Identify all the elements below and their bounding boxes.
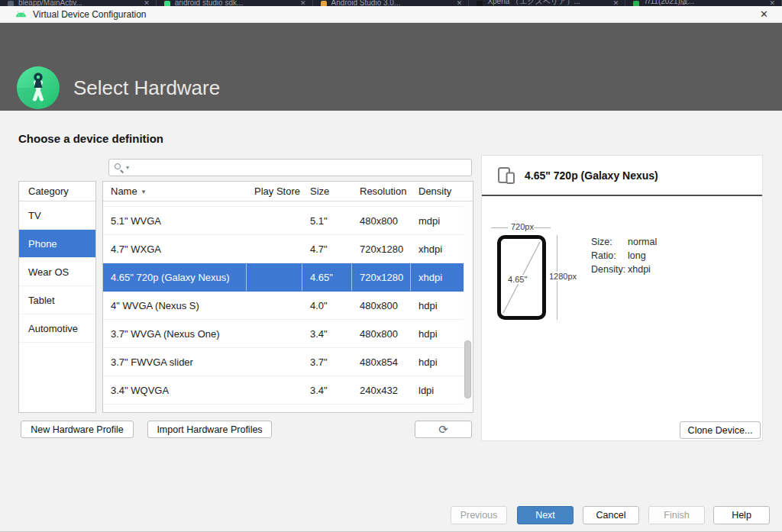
table-row[interactable]: 4.7" WXGA4.7"720x1280xhdpi bbox=[103, 235, 473, 263]
import-hardware-profiles-button[interactable]: Import Hardware Profiles bbox=[147, 421, 272, 438]
cell-play_store bbox=[247, 235, 302, 263]
detail-device-name: 4.65" 720p (Galaxy Nexus) bbox=[525, 169, 658, 182]
tab-favicon-icon bbox=[477, 1, 483, 6]
table-row-partial-bottom[interactable]: 3.3" WQVGA3.3"240x432ldpi bbox=[103, 405, 473, 413]
column-header-play-store[interactable]: Play Store bbox=[247, 182, 302, 201]
cancel-button[interactable]: Cancel bbox=[583, 506, 639, 524]
cell-size: 3.3" bbox=[302, 405, 352, 413]
cell-size: 3.7" bbox=[302, 348, 352, 376]
scrollbar-thumb[interactable] bbox=[464, 340, 471, 398]
cell-name: 4.65" 720p (Galaxy Nexus) bbox=[103, 263, 247, 291]
cell-resolution: 480x800 bbox=[352, 207, 411, 234]
device-table-header: Name▾Play StoreSizeResolutionDensity bbox=[103, 182, 473, 202]
column-header-resolution[interactable]: Resolution bbox=[352, 182, 411, 201]
cell-play_store bbox=[247, 207, 302, 234]
cell-play_store bbox=[247, 348, 302, 376]
cell-text: ldpi bbox=[418, 411, 434, 413]
tab-title: bleapp/MainActiv... bbox=[18, 0, 137, 6]
category-item-wear-os[interactable]: Wear OS bbox=[19, 258, 95, 286]
android-icon bbox=[15, 10, 27, 19]
cell-size: 4.7" bbox=[302, 235, 352, 263]
category-list: TVPhoneWear OSTabletAutomotive bbox=[19, 202, 95, 343]
clone-device-button[interactable]: Clone Device... bbox=[680, 421, 761, 439]
refresh-button[interactable]: ⟳ bbox=[415, 421, 472, 438]
table-row[interactable]: 3.7" FWVGA slider3.7"480x854hdpi bbox=[103, 348, 473, 376]
table-row[interactable]: 5.1" WVGA5.1"480x800mdpi bbox=[103, 207, 473, 235]
help-button[interactable]: Help bbox=[713, 506, 770, 524]
device-search-box[interactable]: ▾ bbox=[108, 159, 472, 176]
browser-tab[interactable]: android studio sdk...✕ bbox=[157, 0, 313, 6]
cell-size: 4.65" bbox=[302, 263, 352, 291]
tab-close-icon[interactable]: ✕ bbox=[769, 0, 775, 6]
spec-label: Size: bbox=[591, 237, 628, 247]
tab-title: android studio sdk... bbox=[175, 0, 294, 6]
cell-play_store bbox=[247, 405, 302, 413]
table-scrollbar[interactable] bbox=[464, 202, 473, 412]
browser-tab[interactable]: bleapp/MainActiv...✕ bbox=[0, 0, 157, 6]
dialog-title: Virtual Device Configuration bbox=[33, 9, 147, 20]
wizard-header: Select Hardware bbox=[0, 23, 782, 111]
detail-header: 4.65" 720p (Galaxy Nexus) bbox=[482, 156, 762, 195]
device-table: Name▾Play StoreSizeResolutionDensity 5.1… bbox=[102, 181, 473, 413]
spec-row: Ratio:long bbox=[591, 250, 657, 261]
cell-size: 3.4" bbox=[302, 320, 352, 347]
table-row[interactable]: 4.65" 720p (Galaxy Nexus)4.65"720x1280xh… bbox=[103, 263, 473, 292]
category-item-phone[interactable]: Phone bbox=[19, 230, 95, 258]
next-button[interactable]: Next bbox=[517, 506, 574, 524]
tab-close-icon[interactable]: ✕ bbox=[613, 0, 619, 6]
category-item-tablet[interactable]: Tablet bbox=[19, 286, 95, 314]
tab-favicon-icon bbox=[633, 1, 639, 6]
cell-play_store bbox=[247, 320, 302, 347]
tab-title: Xperia （エクスペリア）... bbox=[487, 0, 606, 6]
browser-tab[interactable]: Android Studio 3.0...✕ bbox=[313, 0, 470, 6]
device-specs: Size:normalRatio:longDensity:xhdpi bbox=[591, 237, 657, 278]
page-title: Select Hardware bbox=[73, 76, 220, 100]
cell-name: 4" WVGA (Nexus S) bbox=[103, 292, 247, 319]
column-header-density[interactable]: Density bbox=[411, 182, 473, 201]
width-dash-left bbox=[491, 227, 508, 228]
tab-close-icon[interactable]: ✕ bbox=[300, 0, 306, 6]
spec-value: long bbox=[628, 250, 646, 261]
search-input[interactable] bbox=[134, 160, 467, 176]
cell-name: 3.7" WVGA (Nexus One) bbox=[103, 320, 247, 347]
category-item-automotive[interactable]: Automotive bbox=[19, 314, 95, 343]
diagram-diagonal-label: 4.65" bbox=[506, 275, 528, 284]
diagram-width-label: 720px bbox=[509, 222, 535, 231]
column-header-size[interactable]: Size bbox=[302, 182, 352, 201]
table-row[interactable]: 3.4" WQVGA3.4"240x432ldpi bbox=[103, 376, 473, 405]
cell-size: 5.1" bbox=[302, 207, 352, 234]
table-row[interactable]: 4" WVGA (Nexus S)4.0"480x800hdpi bbox=[103, 292, 473, 320]
cell-resolution: 240x432 bbox=[352, 405, 411, 413]
spec-row: Size:normal bbox=[591, 237, 657, 247]
tab-close-icon[interactable]: ✕ bbox=[457, 0, 463, 6]
tab-title: Android Studio 3.0... bbox=[331, 0, 451, 6]
search-options-chevron-icon[interactable]: ▾ bbox=[126, 164, 129, 171]
close-icon[interactable]: ✕ bbox=[757, 8, 771, 20]
tab-favicon-icon bbox=[8, 1, 14, 6]
cell-text: 240x432 bbox=[360, 411, 398, 413]
spec-value: xhdpi bbox=[628, 264, 651, 275]
cell-name: 3.3" WQVGA bbox=[103, 405, 247, 413]
cell-size: 3.4" bbox=[302, 376, 352, 404]
devices-icon bbox=[497, 166, 517, 185]
category-item-tv[interactable]: TV bbox=[19, 202, 95, 230]
spec-label: Density: bbox=[591, 264, 628, 275]
spec-value: normal bbox=[628, 237, 657, 247]
dialog-titlebar: Virtual Device Configuration ✕ bbox=[0, 6, 782, 23]
previous-button: Previous bbox=[451, 506, 507, 524]
browser-tab[interactable]: Xperia （エクスペリア）...✕ bbox=[469, 0, 625, 6]
table-row[interactable]: 3.7" WVGA (Nexus One)3.4"480x800hdpi bbox=[103, 320, 473, 348]
tab-favicon-icon bbox=[321, 1, 327, 6]
finish-button: Finish bbox=[648, 506, 705, 524]
cell-text: 3.3" bbox=[310, 411, 328, 413]
cell-name: 5.1" WVGA bbox=[103, 207, 247, 234]
diagram-height-label: 1280px bbox=[548, 272, 578, 281]
section-heading: Choose a device definition bbox=[18, 132, 163, 145]
new-hardware-profile-button[interactable]: New Hardware Profile bbox=[21, 421, 134, 438]
refresh-icon: ⟳ bbox=[438, 423, 448, 437]
width-dash-right bbox=[534, 227, 551, 228]
tab-close-icon[interactable]: ✕ bbox=[144, 0, 150, 6]
column-header-name[interactable]: Name▾ bbox=[103, 182, 247, 201]
browser-tab-strip: bleapp/MainActiv...✕android studio sdk..… bbox=[0, 0, 782, 6]
browser-tab[interactable]: 7/11(2021)版...✕ bbox=[625, 0, 782, 6]
